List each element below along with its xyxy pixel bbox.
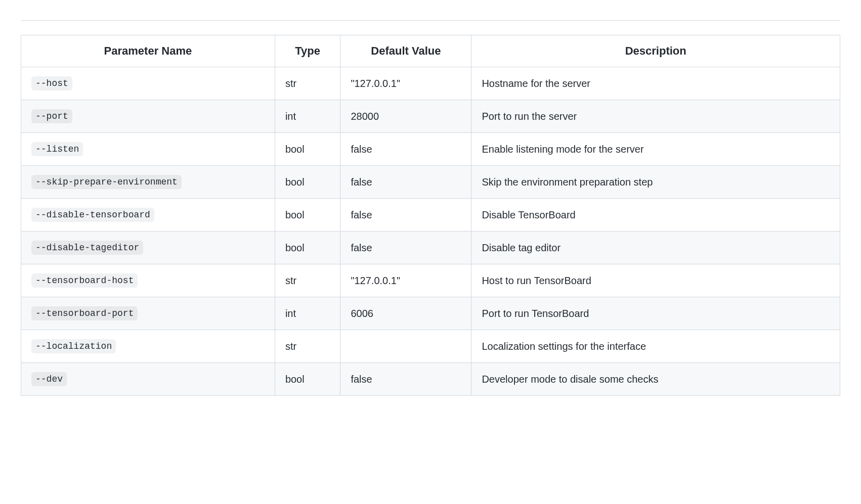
table-row: --disable-tageditor bool false Disable t…	[21, 232, 840, 264]
cell-type: bool	[275, 166, 340, 199]
param-code: --disable-tageditor	[31, 241, 143, 255]
header-parameter-name: Parameter Name	[21, 35, 275, 67]
table-row: --localization str Localization settings…	[21, 330, 840, 363]
cell-param: --port	[21, 100, 275, 133]
cell-type: bool	[275, 232, 340, 264]
param-code: --disable-tensorboard	[31, 208, 154, 222]
cell-param: --host	[21, 67, 275, 100]
parameters-table: Parameter Name Type Default Value Descri…	[21, 35, 840, 396]
cell-description: Disable TensorBoard	[471, 199, 840, 232]
table-row: --tensorboard-host str "127.0.0.1" Host …	[21, 264, 840, 297]
cell-default: false	[340, 232, 471, 264]
param-code: --tensorboard-host	[31, 273, 138, 288]
header-description: Description	[471, 35, 840, 67]
cell-type: bool	[275, 199, 340, 232]
cell-description: Port to run the server	[471, 100, 840, 133]
header-default-value: Default Value	[340, 35, 471, 67]
table-row: --disable-tensorboard bool false Disable…	[21, 199, 840, 232]
cell-description: Host to run TensorBoard	[471, 264, 840, 297]
table-row: --listen bool false Enable listening mod…	[21, 133, 840, 166]
table-row: --tensorboard-port int 6006 Port to run …	[21, 297, 840, 330]
cell-default: 28000	[340, 100, 471, 133]
param-code: --dev	[31, 372, 67, 386]
cell-param: --tensorboard-host	[21, 264, 275, 297]
cell-description: Disable tag editor	[471, 232, 840, 264]
cell-default: false	[340, 199, 471, 232]
param-code: --host	[31, 76, 72, 90]
cell-description: Skip the environment preparation step	[471, 166, 840, 199]
param-code: --listen	[31, 142, 83, 156]
cell-default: false	[340, 166, 471, 199]
cell-param: --disable-tensorboard	[21, 199, 275, 232]
cell-description: Enable listening mode for the server	[471, 133, 840, 166]
param-code: --tensorboard-port	[31, 306, 138, 320]
table-row: --skip-prepare-environment bool false Sk…	[21, 166, 840, 199]
table-header-row: Parameter Name Type Default Value Descri…	[21, 35, 840, 67]
param-code: --port	[31, 109, 72, 123]
cell-type: bool	[275, 363, 340, 396]
cell-description: Hostname for the server	[471, 67, 840, 100]
cell-description: Port to run TensorBoard	[471, 297, 840, 330]
top-divider	[21, 20, 840, 21]
table-row: --dev bool false Developer mode to disal…	[21, 363, 840, 396]
cell-type: int	[275, 100, 340, 133]
table-row: --port int 28000 Port to run the server	[21, 100, 840, 133]
cell-type: str	[275, 264, 340, 297]
param-code: --localization	[31, 339, 116, 353]
cell-default: "127.0.0.1"	[340, 264, 471, 297]
cell-param: --tensorboard-port	[21, 297, 275, 330]
cell-default: false	[340, 363, 471, 396]
param-code: --skip-prepare-environment	[31, 175, 182, 189]
cell-type: str	[275, 67, 340, 100]
cell-type: str	[275, 330, 340, 363]
cell-default: "127.0.0.1"	[340, 67, 471, 100]
cell-param: --listen	[21, 133, 275, 166]
table-body: --host str "127.0.0.1" Hostname for the …	[21, 67, 840, 396]
cell-type: int	[275, 297, 340, 330]
cell-default: false	[340, 133, 471, 166]
cell-default: 6006	[340, 297, 471, 330]
cell-param: --localization	[21, 330, 275, 363]
header-type: Type	[275, 35, 340, 67]
cell-type: bool	[275, 133, 340, 166]
cell-default	[340, 330, 471, 363]
cell-param: --skip-prepare-environment	[21, 166, 275, 199]
cell-param: --disable-tageditor	[21, 232, 275, 264]
cell-param: --dev	[21, 363, 275, 396]
cell-description: Developer mode to disale some checks	[471, 363, 840, 396]
table-row: --host str "127.0.0.1" Hostname for the …	[21, 67, 840, 100]
cell-description: Localization settings for the interface	[471, 330, 840, 363]
